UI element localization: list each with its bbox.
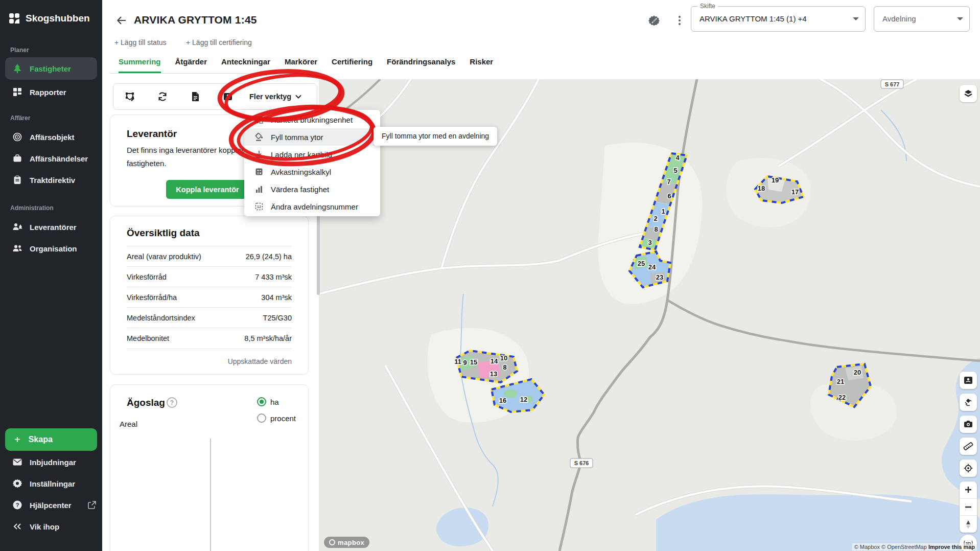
estimated-values-note: Uppskattade värden xyxy=(228,357,292,365)
settings-edit-icon[interactable] xyxy=(648,14,660,27)
unit-radio-procent[interactable]: procent xyxy=(257,414,296,423)
more-tools-button[interactable]: Fler verktyg xyxy=(244,93,307,101)
sidebar-item-label: Traktdirektiv xyxy=(30,176,75,185)
locate-button[interactable] xyxy=(960,460,977,477)
svg-text:9: 9 xyxy=(463,359,466,366)
satellite-icon xyxy=(963,397,973,407)
svg-text:4: 4 xyxy=(675,154,680,162)
svg-text:13: 13 xyxy=(490,370,497,378)
lake-south xyxy=(656,494,980,551)
briefcase-icon xyxy=(12,153,22,164)
map-canvas[interactable]: S 677 S 676 4 5 7 6 1 2 8 3 25 24 23 18 … xyxy=(319,79,980,551)
improve-map-link[interactable]: Improve this map xyxy=(928,544,975,550)
svg-text:14: 14 xyxy=(491,357,498,365)
kebab-menu-icon[interactable] xyxy=(673,14,686,27)
back-button[interactable] xyxy=(115,14,128,27)
attribution-osm-link[interactable]: © OpenStreetMap xyxy=(881,544,927,550)
connect-supplier-button[interactable]: Koppla leverantör xyxy=(166,180,249,199)
zoom-out-button[interactable] xyxy=(960,498,977,516)
unit-radio-ha[interactable]: ha xyxy=(257,397,279,406)
svg-text:16: 16 xyxy=(499,397,506,404)
paint-bucket-icon xyxy=(254,132,264,142)
draw-polygon-button[interactable] xyxy=(113,84,146,109)
mapbox-watermark[interactable]: mapbox xyxy=(324,537,369,548)
svg-text:S 677: S 677 xyxy=(885,81,900,87)
sidebar-item-leverantorer[interactable]: Leverantörer xyxy=(5,217,97,237)
section-label-affarer: Affärer xyxy=(10,114,30,122)
sidebar-item-traktdirektiv[interactable]: Traktdirektiv xyxy=(5,170,97,190)
layers-button[interactable] xyxy=(960,85,977,102)
tab-summering[interactable]: Summering xyxy=(119,57,161,73)
more-tools-menu: Hantera brukningsenhet Fyll tomma ytor L… xyxy=(244,110,380,216)
tab-forandringsanalys[interactable]: Förändringsanalys xyxy=(387,57,455,73)
table-row: Virkesförråd7 433 m³sk xyxy=(127,266,292,287)
pine-tree-icon xyxy=(12,63,22,74)
compass-button[interactable] xyxy=(960,515,977,533)
sidebar-item-fastigheter[interactable]: Fastigheter xyxy=(5,57,97,80)
svg-text:10: 10 xyxy=(500,354,507,362)
sidebar-item-label: Fastigheter xyxy=(30,64,71,73)
tab-atgarder[interactable]: Åtgärder xyxy=(175,57,207,73)
create-button[interactable]: + Skapa xyxy=(5,428,97,451)
tab-risker[interactable]: Risker xyxy=(470,57,493,73)
layers-icon xyxy=(963,88,973,99)
help-circle-icon[interactable]: ? xyxy=(167,397,177,408)
menu-item-ladda-ner-kartbild[interactable]: Ladda ner kartbild xyxy=(244,146,380,163)
menu-item-hantera-brukningsenhet[interactable]: Hantera brukningsenhet xyxy=(244,111,380,128)
svg-text:?: ? xyxy=(170,399,174,406)
sidebar-item-affarsobjekt[interactable]: Affärsobjekt xyxy=(5,127,97,147)
document-button[interactable] xyxy=(179,84,212,109)
chart-axis-label: Areal xyxy=(120,420,137,428)
plus-icon: + xyxy=(14,434,20,445)
chevron-down-icon xyxy=(957,17,963,20)
contact-card-button[interactable] xyxy=(212,84,244,109)
tab-markorer[interactable]: Markörer xyxy=(285,57,317,73)
contact-card-icon xyxy=(223,91,233,102)
tab-certifiering[interactable]: Certifiering xyxy=(332,57,372,73)
sidebar-item-label: Leverantörer xyxy=(30,223,77,232)
sidebar-item-affarshandelser[interactable]: Affärshändelser xyxy=(5,148,97,169)
add-status-link[interactable]: + Lägg till status xyxy=(114,38,167,47)
svg-text:6: 6 xyxy=(667,192,671,200)
sidebar-item-organisation[interactable]: Organisation xyxy=(5,238,97,259)
help-circle-icon: ? xyxy=(12,500,22,510)
svg-text:7: 7 xyxy=(667,178,670,186)
sync-button[interactable] xyxy=(146,84,179,109)
measure-button[interactable] xyxy=(960,438,977,455)
avdelning-select[interactable]: Avdelning xyxy=(874,6,970,32)
radio-selected-icon xyxy=(257,397,266,406)
grid-icon xyxy=(12,87,22,97)
add-certification-link[interactable]: + Lägg till certifiering xyxy=(186,38,252,47)
skogshubben-logo-icon xyxy=(8,12,20,25)
app-logo[interactable]: Skogshubben xyxy=(8,12,90,25)
attribution-mapbox-link[interactable]: © Mapbox xyxy=(854,544,880,550)
skifte-select[interactable]: Skifte ARVIKA GRYTTOM 1:45 (1) +4 xyxy=(691,6,866,32)
overview-card-title: Översiktlig data xyxy=(127,227,200,239)
sidebar-item-hjalpcenter[interactable]: ? Hjälpcenter xyxy=(5,495,97,515)
agoslag-card: Ägoslag ? ha procent Areal xyxy=(110,384,309,551)
sidebar-item-inbjudningar[interactable]: Inbjudningar xyxy=(5,452,97,472)
section-label-planer: Planer xyxy=(10,47,29,54)
panel-scrollbar[interactable] xyxy=(317,211,320,295)
sidebar-item-rapporter[interactable]: Rapporter xyxy=(5,82,97,102)
sidebar-item-vik-ihop[interactable]: Vik ihop xyxy=(5,516,97,537)
menu-item-andra-avdelningsnummer[interactable]: 12 Ändra avdelningsnummer xyxy=(244,198,380,215)
menu-item-fyll-tomma-ytor[interactable]: Fyll tomma ytor xyxy=(244,128,380,146)
map-attribution: © Mapbox © OpenStreetMap Improve this ma… xyxy=(852,543,977,550)
tab-anteckningar[interactable]: Anteckningar xyxy=(221,57,270,73)
satellite-button[interactable] xyxy=(960,394,977,411)
zoom-in-button[interactable] xyxy=(960,481,977,498)
menu-item-vardera-fastighet[interactable]: Värdera fastighet xyxy=(244,180,380,198)
zoom-out-icon xyxy=(964,503,972,511)
target-icon xyxy=(12,132,22,142)
contact-card-icon xyxy=(963,375,973,385)
envelope-icon xyxy=(12,457,22,467)
parcel-info-button[interactable] xyxy=(960,372,977,389)
sync-icon xyxy=(157,91,168,102)
sidebar-item-label: Inställningar xyxy=(30,479,75,488)
menu-item-avkastningskalkyl[interactable]: Avkastningskalkyl xyxy=(244,163,380,180)
svg-text:19: 19 xyxy=(772,176,779,184)
svg-text:12: 12 xyxy=(257,204,261,209)
sidebar-item-installningar[interactable]: Inställningar xyxy=(5,473,97,494)
screenshot-button[interactable] xyxy=(960,416,977,433)
